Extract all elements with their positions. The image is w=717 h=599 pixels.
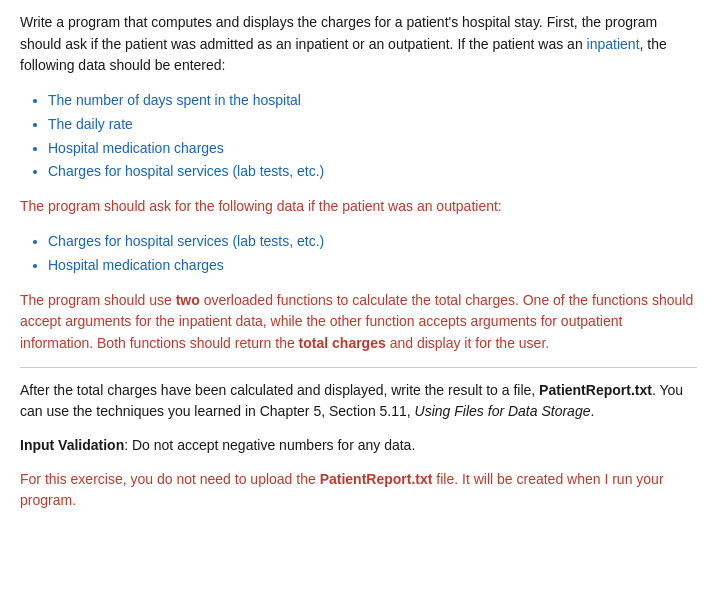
exercise-paragraph: For this exercise, you do not need to up…: [20, 469, 697, 512]
intro-paragraph: Write a program that computes and displa…: [20, 12, 697, 77]
bottom-section: After the total charges have been calcul…: [20, 368, 697, 512]
file-paragraph: After the total charges have been calcul…: [20, 380, 697, 423]
filename-bold: PatientReport.txt: [539, 382, 652, 398]
validation-paragraph: Input Validation: Do not accept negative…: [20, 435, 697, 457]
validation-label: Input Validation: [20, 437, 124, 453]
inpatient-label: inpatient: [587, 36, 640, 52]
inpatient-list: The number of days spent in the hospital…: [48, 89, 697, 184]
list-item: The daily rate: [48, 113, 697, 137]
main-container: Write a program that computes and displa…: [0, 0, 717, 528]
exercise-filename: PatientReport.txt: [320, 471, 433, 487]
top-section: Write a program that computes and displa…: [20, 12, 697, 368]
overload-paragraph: The program should use two overloaded fu…: [20, 290, 697, 355]
list-item: Hospital medication charges: [48, 254, 697, 278]
list-item: Charges for hospital services (lab tests…: [48, 160, 697, 184]
list-item: Charges for hospital services (lab tests…: [48, 230, 697, 254]
outpatient-list: Charges for hospital services (lab tests…: [48, 230, 697, 278]
italic-section: Using Files for Data Storage: [415, 403, 591, 419]
bold-two: two: [176, 292, 200, 308]
list-item: The number of days spent in the hospital: [48, 89, 697, 113]
intro-text-content: Write a program that computes and displa…: [20, 14, 667, 73]
bold-total-charges: total charges: [299, 335, 386, 351]
list-item: Hospital medication charges: [48, 137, 697, 161]
outpatient-intro-paragraph: The program should ask for the following…: [20, 196, 697, 218]
